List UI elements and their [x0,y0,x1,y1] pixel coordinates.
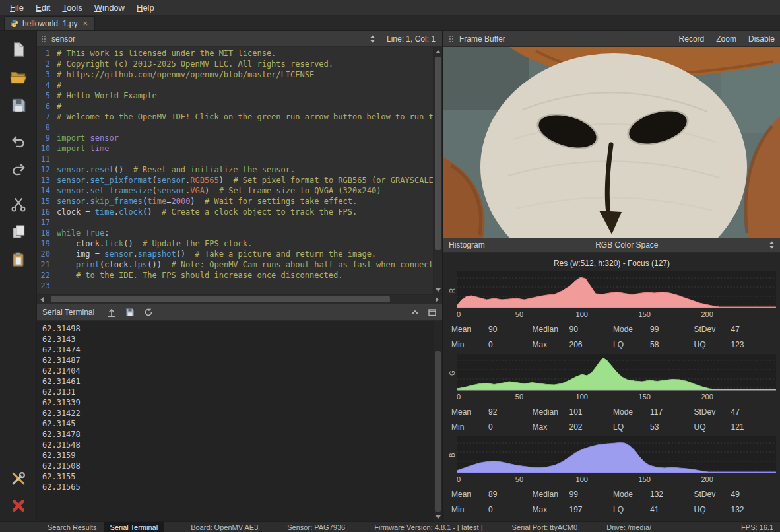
histogram-chart [457,436,776,475]
line-number: 7 [37,112,57,122]
menu-help[interactable]: Help [131,1,160,14]
undo-button[interactable] [5,129,32,152]
panel-tab-serial-terminal[interactable]: Serial Terminal [104,522,165,532]
terminal-scrollbar[interactable] [434,321,442,521]
code-line[interactable]: 15sensor.skip_frames(time=2000) # Wait f… [37,196,433,207]
code-line[interactable]: 3# https://github.com/openmv/openmv/blob… [37,69,433,80]
editor-horizontal-scrollbar[interactable] [37,294,442,304]
code-text: sensor.skip_frames(time=2000) # Wait for… [57,196,433,207]
line-number: 5 [37,90,57,101]
tab-helloworld[interactable]: helloworld_1.py × [4,16,95,30]
code-line[interactable]: 13sensor.set_pixformat(sensor.RGB565) # … [37,175,433,185]
paste-button[interactable] [5,248,32,271]
terminal-line: 62.31404 [42,366,432,376]
code-line[interactable]: 21 print(clock.fps()) # Note: OpenMV Cam… [37,259,433,270]
menu-tools[interactable]: Tools [56,1,88,14]
scrollbar-thumb[interactable] [51,296,390,302]
code-line[interactable]: 22 # to the IDE. The FPS should increase… [37,270,433,281]
menu-window[interactable]: Window [88,1,131,14]
scrollbar-thumb[interactable] [435,351,441,512]
code-line[interactable]: 7# Welcome to the OpenMV IDE! Click on t… [37,112,433,122]
undo-icon [10,132,27,149]
zoom-button[interactable]: Zoom [716,34,736,44]
tab-close-icon[interactable]: × [81,20,89,27]
code-line[interactable]: 12sensor.reset() # Reset and initialize … [37,164,433,175]
terminal-line: 62.3143 [42,334,432,345]
line-number: 19 [37,238,57,249]
code-line[interactable]: 16clock = time.clock() # Create a clock … [37,207,433,217]
code-line[interactable]: 17 [37,217,433,228]
axis-tick: 150 [639,393,651,401]
save-file-button[interactable] [5,93,32,117]
code-editor[interactable]: 1# This work is licensed under the MIT l… [37,47,442,294]
line-number: 14 [37,185,57,196]
axis-tick: 200 [701,310,713,318]
disconnect-button[interactable] [5,494,32,517]
grip-icon[interactable] [41,35,46,43]
code-line[interactable]: 2# Copyright (c) 2013-2025 OpenMV LLC. A… [37,59,433,69]
frame-buffer-image[interactable] [443,47,780,238]
line-number: 6 [37,101,57,112]
code-line[interactable]: 20 img = sensor.snapshot() # Take a pict… [37,249,433,259]
stat-mean: Mean90 [451,322,533,336]
scissors-icon [10,195,27,213]
send-file-icon[interactable] [106,307,117,317]
terminal-line: 62.3145 [42,418,432,429]
code-line[interactable]: 23 [37,281,433,291]
axis-ticks: 050100150200 [457,392,776,403]
code-line[interactable]: 14sensor.set_framesize(sensor.VGA) # Set… [37,185,433,196]
histogram-header: Histogram RGB Color Space [443,238,780,253]
save-log-icon[interactable] [125,307,135,317]
disable-button[interactable]: Disable [748,34,775,44]
scroll-right-icon[interactable] [432,294,442,304]
redo-button[interactable] [5,156,32,180]
code-line[interactable]: 4# [37,80,433,90]
scroll-down-icon[interactable] [434,285,442,294]
clear-terminal-icon[interactable] [143,307,154,317]
axis-tick: 50 [515,475,523,483]
code-line[interactable]: 10import time [37,143,433,154]
serial-terminal-output[interactable]: 62.3149862.314362.3147462.3148762.314046… [37,321,442,521]
terminal-line: 62.31461 [42,376,432,387]
dropdown-updown-icon[interactable] [769,240,775,249]
axis-tick: 0 [457,393,461,401]
menu-bar: FileEditToolsWindowHelp [0,0,780,16]
editor-pane: sensor Line: 1, Col: 1 1# This work is l… [37,31,443,521]
panel-tab-search-results[interactable]: Search Results [41,522,104,532]
collapse-panel-icon[interactable] [410,308,420,317]
terminal-line: 62.31565 [42,482,432,492]
code-line[interactable]: 11 [37,154,433,164]
channel-stats: Mean92Median101Mode117StDev47Min0Max202L… [447,403,776,434]
cut-button[interactable] [5,192,32,216]
axis-tick: 100 [576,393,588,401]
menu-file[interactable]: File [4,1,30,14]
new-file-button[interactable] [5,38,32,61]
histogram-chart [457,271,776,310]
grip-icon[interactable] [449,35,454,43]
code-text: clock.tick() # Update the FPS clock. [57,238,433,249]
color-space-dropdown[interactable]: RGB Color Space [485,240,769,249]
frame-buffer-title: Frame Buffer [459,34,505,44]
copy-button[interactable] [5,220,32,244]
record-button[interactable]: Record [679,34,705,44]
dropdown-updown-icon [370,34,375,44]
code-line[interactable]: 19 clock.tick() # Update the FPS clock. [37,238,433,249]
code-line[interactable]: 18while True: [37,228,433,238]
code-line[interactable]: 6# [37,101,433,112]
scroll-up-icon[interactable] [434,47,442,56]
terminal-line: 62.3131 [42,387,432,397]
tools-button[interactable] [5,466,32,490]
symbol-dropdown[interactable]: sensor [51,31,375,46]
menu-edit[interactable]: Edit [30,1,56,14]
code-line[interactable]: 8 [37,122,433,133]
code-line[interactable]: 5# Hello World Example [37,90,433,101]
open-file-button[interactable] [5,65,32,89]
histogram-channel: B 050100150200 Mean89Median99Mode132StDe… [447,436,776,516]
scrollbar-thumb[interactable] [435,57,441,250]
scroll-down-icon[interactable] [434,512,442,521]
popout-panel-icon[interactable] [428,308,437,317]
code-line[interactable]: 1# This work is licensed under the MIT l… [37,48,433,59]
scroll-left-icon[interactable] [37,294,47,304]
editor-vertical-scrollbar[interactable] [433,47,442,294]
code-line[interactable]: 9import sensor [37,133,433,143]
